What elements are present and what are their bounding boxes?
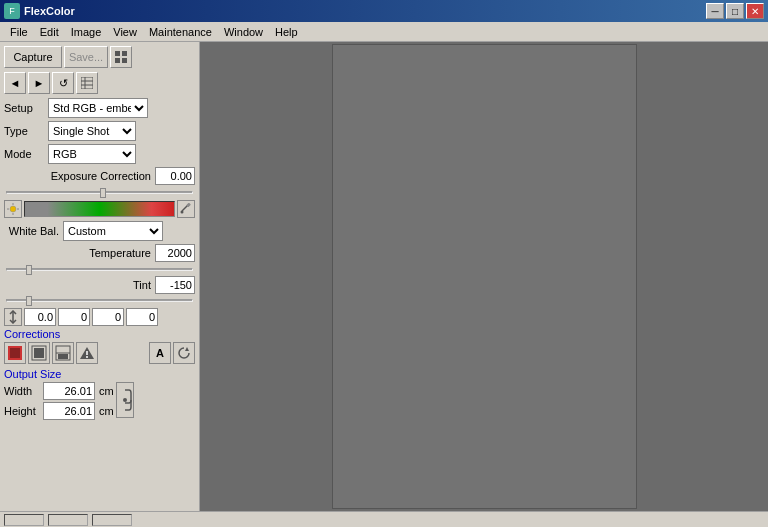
svg-rect-23: [58, 354, 68, 359]
svg-point-14: [181, 211, 184, 214]
corr-input-3[interactable]: [92, 308, 124, 326]
svg-rect-3: [122, 58, 127, 63]
app-icon: F: [4, 3, 20, 19]
corr-input-4[interactable]: [126, 308, 158, 326]
correction-buttons-row: A: [4, 342, 195, 364]
status-segment-2: [48, 514, 88, 526]
corrections-channel-icon: [4, 308, 22, 326]
corr-input-2[interactable]: [58, 308, 90, 326]
corr-btn-reset[interactable]: [173, 342, 195, 364]
setup-row: Setup Std RGB - embed sRGB AdobeRGB: [4, 98, 195, 118]
svg-point-26: [86, 356, 88, 358]
tint-row: Tint: [4, 276, 195, 294]
svg-rect-18: [10, 348, 20, 358]
menu-maintenance[interactable]: Maintenance: [143, 24, 218, 40]
close-button[interactable]: ✕: [746, 3, 764, 19]
back-button[interactable]: ◄: [4, 72, 26, 94]
grid-icon: [115, 51, 127, 63]
mode-select[interactable]: RGB CMYK Gray: [48, 144, 136, 164]
tint-slider-container[interactable]: [4, 296, 195, 304]
temperature-slider-thumb[interactable]: [26, 265, 32, 275]
wb-select[interactable]: Custom Auto Daylight Tungsten Flash: [63, 221, 163, 241]
corr-input-1[interactable]: [24, 308, 56, 326]
exposure-slider-track[interactable]: [6, 191, 193, 194]
width-unit: cm: [99, 385, 114, 397]
temperature-row: Temperature: [4, 244, 195, 262]
exposure-slider-thumb[interactable]: [100, 188, 106, 198]
svg-point-27: [123, 398, 127, 402]
width-input[interactable]: [43, 382, 95, 400]
width-label: Width: [4, 385, 39, 397]
tint-label: Tint: [4, 279, 155, 291]
refresh-button[interactable]: ↺: [52, 72, 74, 94]
wb-label: White Bal.: [4, 225, 59, 237]
output-size-label: Output Size: [4, 368, 195, 380]
corr-btn-2[interactable]: [28, 342, 50, 364]
output-size-container: Width cm Height cm: [4, 382, 195, 422]
title-bar: F FlexColor ─ □ ✕: [0, 0, 768, 22]
corr-btn-text[interactable]: A: [149, 342, 171, 364]
table-button[interactable]: [76, 72, 98, 94]
capture-button[interactable]: Capture: [4, 46, 62, 68]
wb-gradient: [24, 201, 175, 217]
corr-btn-1[interactable]: [4, 342, 26, 364]
window-controls[interactable]: ─ □ ✕: [706, 3, 764, 19]
minimize-button[interactable]: ─: [706, 3, 724, 19]
tint-slider-track[interactable]: [6, 299, 193, 302]
type-select[interactable]: Single Shot Multi Shot Video: [48, 121, 136, 141]
table-icon: [81, 77, 93, 89]
menu-help[interactable]: Help: [269, 24, 304, 40]
wb-color-bar: [4, 200, 195, 218]
height-unit: cm: [99, 405, 114, 417]
svg-rect-4: [81, 77, 93, 89]
corr-btn-4[interactable]: [76, 342, 98, 364]
corrections-nums-row: [4, 308, 195, 326]
svg-rect-0: [115, 51, 120, 56]
exposure-slider-container[interactable]: [4, 188, 195, 196]
app-title: FlexColor: [24, 5, 75, 17]
maximize-button[interactable]: □: [726, 3, 744, 19]
title-bar-left: F FlexColor: [4, 3, 75, 19]
svg-rect-2: [115, 58, 120, 63]
status-bar: [0, 511, 768, 527]
height-input[interactable]: [43, 402, 95, 420]
svg-point-8: [10, 206, 16, 212]
tint-input[interactable]: [155, 276, 195, 294]
wb-select-row: White Bal. Custom Auto Daylight Tungsten…: [4, 221, 195, 241]
temperature-slider-track[interactable]: [6, 268, 193, 271]
exposure-label: Exposure Correction: [4, 170, 151, 182]
white-balance-section: White Bal. Custom Auto Daylight Tungsten…: [4, 200, 195, 304]
mode-label: Mode: [4, 148, 44, 160]
menu-image[interactable]: Image: [65, 24, 108, 40]
menu-view[interactable]: View: [107, 24, 143, 40]
setup-select[interactable]: Std RGB - embed sRGB AdobeRGB: [48, 98, 148, 118]
link-proportions-button[interactable]: [116, 382, 134, 418]
menu-file[interactable]: File: [4, 24, 34, 40]
svg-rect-20: [34, 348, 44, 358]
mode-row: Mode RGB CMYK Gray: [4, 144, 195, 164]
grid-view-button[interactable]: [110, 46, 132, 68]
main-window: Capture Save... ◄ ► ↺: [0, 42, 768, 511]
exposure-input[interactable]: [155, 167, 195, 185]
forward-button[interactable]: ►: [28, 72, 50, 94]
corr-btn-3[interactable]: [52, 342, 74, 364]
menu-edit[interactable]: Edit: [34, 24, 65, 40]
menu-window[interactable]: Window: [218, 24, 269, 40]
temperature-label: Temperature: [4, 247, 151, 259]
save-button[interactable]: Save...: [64, 46, 108, 68]
height-label: Height: [4, 405, 39, 417]
left-panel: Capture Save... ◄ ► ↺: [0, 42, 200, 511]
temperature-slider-container[interactable]: [4, 265, 195, 273]
corrections-label: Corrections: [4, 328, 195, 340]
exposure-row: Exposure Correction: [4, 167, 195, 185]
menu-bar: File Edit Image View Maintenance Window …: [0, 22, 768, 42]
image-canvas: [332, 44, 637, 509]
canvas-area: [200, 42, 768, 511]
dropper-button[interactable]: [177, 200, 195, 218]
sun-icon: [4, 200, 22, 218]
tint-slider-thumb[interactable]: [26, 296, 32, 306]
svg-rect-1: [122, 51, 127, 56]
type-row: Type Single Shot Multi Shot Video: [4, 121, 195, 141]
temperature-input[interactable]: [155, 244, 195, 262]
nav-icon-row: ◄ ► ↺: [4, 72, 195, 94]
